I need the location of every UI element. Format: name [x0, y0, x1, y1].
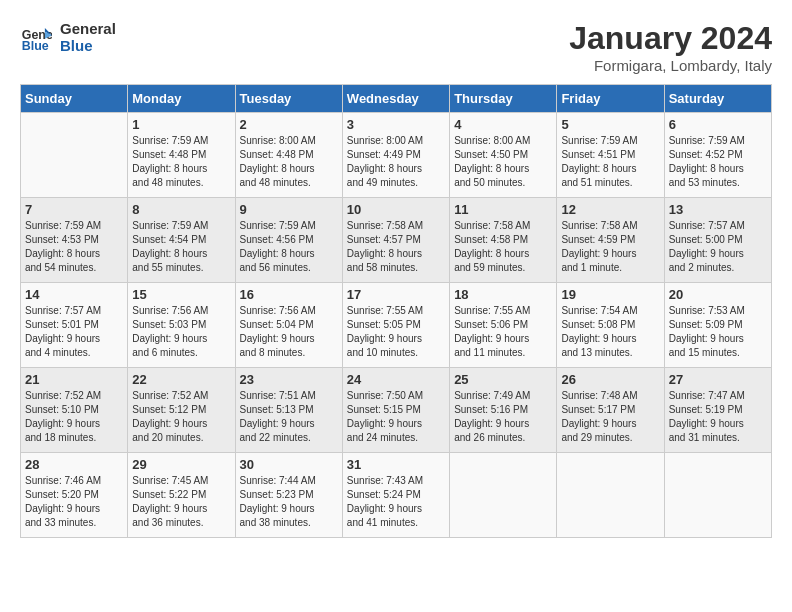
cell-w1-d6: 5Sunrise: 7:59 AM Sunset: 4:51 PM Daylig…	[557, 113, 664, 198]
day-info: Sunrise: 7:55 AM Sunset: 5:06 PM Dayligh…	[454, 304, 552, 360]
day-number: 15	[132, 287, 230, 302]
day-info: Sunrise: 7:59 AM Sunset: 4:53 PM Dayligh…	[25, 219, 123, 275]
day-info: Sunrise: 7:52 AM Sunset: 5:10 PM Dayligh…	[25, 389, 123, 445]
day-number: 19	[561, 287, 659, 302]
cell-w2-d1: 7Sunrise: 7:59 AM Sunset: 4:53 PM Daylig…	[21, 198, 128, 283]
cell-w4-d7: 27Sunrise: 7:47 AM Sunset: 5:19 PM Dayli…	[664, 368, 771, 453]
day-number: 25	[454, 372, 552, 387]
day-info: Sunrise: 7:48 AM Sunset: 5:17 PM Dayligh…	[561, 389, 659, 445]
header-row: SundayMondayTuesdayWednesdayThursdayFrid…	[21, 85, 772, 113]
svg-text:Blue: Blue	[22, 39, 49, 53]
day-info: Sunrise: 7:59 AM Sunset: 4:54 PM Dayligh…	[132, 219, 230, 275]
cell-w2-d7: 13Sunrise: 7:57 AM Sunset: 5:00 PM Dayli…	[664, 198, 771, 283]
month-title: January 2024	[569, 20, 772, 57]
cell-w5-d7	[664, 453, 771, 538]
cell-w2-d5: 11Sunrise: 7:58 AM Sunset: 4:58 PM Dayli…	[450, 198, 557, 283]
cell-w4-d5: 25Sunrise: 7:49 AM Sunset: 5:16 PM Dayli…	[450, 368, 557, 453]
day-info: Sunrise: 7:59 AM Sunset: 4:51 PM Dayligh…	[561, 134, 659, 190]
day-info: Sunrise: 8:00 AM Sunset: 4:49 PM Dayligh…	[347, 134, 445, 190]
day-info: Sunrise: 7:49 AM Sunset: 5:16 PM Dayligh…	[454, 389, 552, 445]
day-number: 27	[669, 372, 767, 387]
day-number: 3	[347, 117, 445, 132]
week-row-5: 28Sunrise: 7:46 AM Sunset: 5:20 PM Dayli…	[21, 453, 772, 538]
cell-w2-d4: 10Sunrise: 7:58 AM Sunset: 4:57 PM Dayli…	[342, 198, 449, 283]
day-number: 30	[240, 457, 338, 472]
cell-w4-d2: 22Sunrise: 7:52 AM Sunset: 5:12 PM Dayli…	[128, 368, 235, 453]
calendar-table: SundayMondayTuesdayWednesdayThursdayFrid…	[20, 84, 772, 538]
title-block: January 2024 Formigara, Lombardy, Italy	[569, 20, 772, 74]
day-number: 17	[347, 287, 445, 302]
cell-w2-d2: 8Sunrise: 7:59 AM Sunset: 4:54 PM Daylig…	[128, 198, 235, 283]
cell-w2-d3: 9Sunrise: 7:59 AM Sunset: 4:56 PM Daylig…	[235, 198, 342, 283]
cell-w3-d7: 20Sunrise: 7:53 AM Sunset: 5:09 PM Dayli…	[664, 283, 771, 368]
day-info: Sunrise: 7:54 AM Sunset: 5:08 PM Dayligh…	[561, 304, 659, 360]
day-number: 16	[240, 287, 338, 302]
day-info: Sunrise: 7:47 AM Sunset: 5:19 PM Dayligh…	[669, 389, 767, 445]
col-header-monday: Monday	[128, 85, 235, 113]
cell-w5-d1: 28Sunrise: 7:46 AM Sunset: 5:20 PM Dayli…	[21, 453, 128, 538]
cell-w1-d5: 4Sunrise: 8:00 AM Sunset: 4:50 PM Daylig…	[450, 113, 557, 198]
col-header-wednesday: Wednesday	[342, 85, 449, 113]
day-info: Sunrise: 7:56 AM Sunset: 5:04 PM Dayligh…	[240, 304, 338, 360]
day-info: Sunrise: 7:57 AM Sunset: 5:01 PM Dayligh…	[25, 304, 123, 360]
cell-w3-d5: 18Sunrise: 7:55 AM Sunset: 5:06 PM Dayli…	[450, 283, 557, 368]
logo-icon: General Blue	[20, 21, 52, 53]
cell-w1-d2: 1Sunrise: 7:59 AM Sunset: 4:48 PM Daylig…	[128, 113, 235, 198]
cell-w5-d3: 30Sunrise: 7:44 AM Sunset: 5:23 PM Dayli…	[235, 453, 342, 538]
day-number: 21	[25, 372, 123, 387]
day-number: 29	[132, 457, 230, 472]
day-number: 28	[25, 457, 123, 472]
logo-general: General	[60, 20, 116, 37]
week-row-3: 14Sunrise: 7:57 AM Sunset: 5:01 PM Dayli…	[21, 283, 772, 368]
day-number: 4	[454, 117, 552, 132]
day-info: Sunrise: 7:46 AM Sunset: 5:20 PM Dayligh…	[25, 474, 123, 530]
day-info: Sunrise: 7:58 AM Sunset: 4:59 PM Dayligh…	[561, 219, 659, 275]
day-info: Sunrise: 7:59 AM Sunset: 4:56 PM Dayligh…	[240, 219, 338, 275]
day-info: Sunrise: 7:56 AM Sunset: 5:03 PM Dayligh…	[132, 304, 230, 360]
cell-w3-d6: 19Sunrise: 7:54 AM Sunset: 5:08 PM Dayli…	[557, 283, 664, 368]
day-number: 5	[561, 117, 659, 132]
day-info: Sunrise: 8:00 AM Sunset: 4:48 PM Dayligh…	[240, 134, 338, 190]
day-info: Sunrise: 8:00 AM Sunset: 4:50 PM Dayligh…	[454, 134, 552, 190]
day-info: Sunrise: 7:43 AM Sunset: 5:24 PM Dayligh…	[347, 474, 445, 530]
day-number: 1	[132, 117, 230, 132]
cell-w4-d3: 23Sunrise: 7:51 AM Sunset: 5:13 PM Dayli…	[235, 368, 342, 453]
day-number: 31	[347, 457, 445, 472]
logo: General Blue General Blue	[20, 20, 116, 54]
col-header-tuesday: Tuesday	[235, 85, 342, 113]
cell-w4-d1: 21Sunrise: 7:52 AM Sunset: 5:10 PM Dayli…	[21, 368, 128, 453]
day-number: 18	[454, 287, 552, 302]
day-info: Sunrise: 7:44 AM Sunset: 5:23 PM Dayligh…	[240, 474, 338, 530]
week-row-1: 1Sunrise: 7:59 AM Sunset: 4:48 PM Daylig…	[21, 113, 772, 198]
day-info: Sunrise: 7:50 AM Sunset: 5:15 PM Dayligh…	[347, 389, 445, 445]
day-info: Sunrise: 7:53 AM Sunset: 5:09 PM Dayligh…	[669, 304, 767, 360]
cell-w4-d4: 24Sunrise: 7:50 AM Sunset: 5:15 PM Dayli…	[342, 368, 449, 453]
page-header: General Blue General Blue January 2024 F…	[20, 20, 772, 74]
day-info: Sunrise: 7:58 AM Sunset: 4:57 PM Dayligh…	[347, 219, 445, 275]
cell-w3-d3: 16Sunrise: 7:56 AM Sunset: 5:04 PM Dayli…	[235, 283, 342, 368]
cell-w1-d1	[21, 113, 128, 198]
cell-w3-d2: 15Sunrise: 7:56 AM Sunset: 5:03 PM Dayli…	[128, 283, 235, 368]
day-number: 20	[669, 287, 767, 302]
logo-blue: Blue	[60, 37, 116, 54]
day-number: 10	[347, 202, 445, 217]
day-number: 9	[240, 202, 338, 217]
day-info: Sunrise: 7:59 AM Sunset: 4:48 PM Dayligh…	[132, 134, 230, 190]
cell-w2-d6: 12Sunrise: 7:58 AM Sunset: 4:59 PM Dayli…	[557, 198, 664, 283]
cell-w3-d1: 14Sunrise: 7:57 AM Sunset: 5:01 PM Dayli…	[21, 283, 128, 368]
week-row-2: 7Sunrise: 7:59 AM Sunset: 4:53 PM Daylig…	[21, 198, 772, 283]
day-info: Sunrise: 7:52 AM Sunset: 5:12 PM Dayligh…	[132, 389, 230, 445]
cell-w1-d4: 3Sunrise: 8:00 AM Sunset: 4:49 PM Daylig…	[342, 113, 449, 198]
cell-w5-d4: 31Sunrise: 7:43 AM Sunset: 5:24 PM Dayli…	[342, 453, 449, 538]
day-info: Sunrise: 7:55 AM Sunset: 5:05 PM Dayligh…	[347, 304, 445, 360]
day-number: 7	[25, 202, 123, 217]
day-info: Sunrise: 7:57 AM Sunset: 5:00 PM Dayligh…	[669, 219, 767, 275]
week-row-4: 21Sunrise: 7:52 AM Sunset: 5:10 PM Dayli…	[21, 368, 772, 453]
day-info: Sunrise: 7:59 AM Sunset: 4:52 PM Dayligh…	[669, 134, 767, 190]
day-number: 23	[240, 372, 338, 387]
cell-w4-d6: 26Sunrise: 7:48 AM Sunset: 5:17 PM Dayli…	[557, 368, 664, 453]
col-header-thursday: Thursday	[450, 85, 557, 113]
day-number: 24	[347, 372, 445, 387]
cell-w5-d2: 29Sunrise: 7:45 AM Sunset: 5:22 PM Dayli…	[128, 453, 235, 538]
day-info: Sunrise: 7:51 AM Sunset: 5:13 PM Dayligh…	[240, 389, 338, 445]
